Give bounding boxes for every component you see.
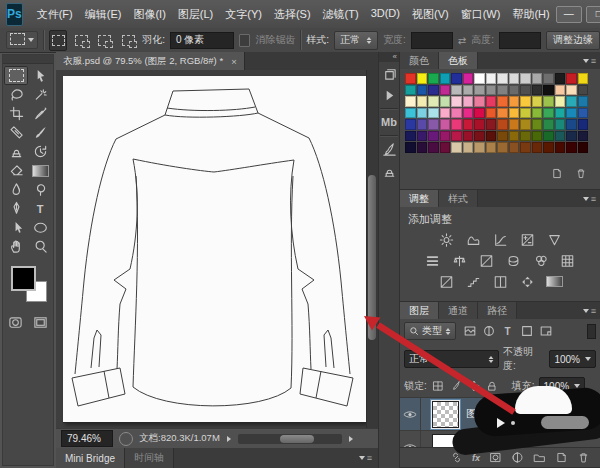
color-swatch[interactable] bbox=[451, 85, 462, 96]
style-dropdown[interactable]: 正常 bbox=[334, 31, 378, 50]
brush-tool-icon[interactable] bbox=[28, 123, 52, 142]
panel-menu-icon[interactable]: ≡ bbox=[359, 448, 378, 468]
eraser-tool-icon[interactable] bbox=[4, 161, 28, 180]
maximize-button[interactable]: □ bbox=[586, 6, 600, 23]
color-swatch[interactable] bbox=[463, 108, 474, 119]
color-swatch[interactable] bbox=[428, 131, 439, 142]
color-swatch[interactable] bbox=[440, 85, 451, 96]
color-swatch[interactable] bbox=[578, 85, 589, 96]
menu-item-help[interactable]: 帮助(H) bbox=[506, 7, 555, 22]
color-swatch[interactable] bbox=[543, 142, 554, 153]
color-swatch[interactable] bbox=[474, 119, 485, 130]
screen-mode-icon[interactable] bbox=[32, 314, 49, 330]
vertical-scrollbar[interactable] bbox=[366, 70, 378, 428]
color-swatch[interactable] bbox=[486, 131, 497, 142]
pixel-filter-icon[interactable] bbox=[461, 323, 478, 339]
zoom-tool-tool-icon[interactable] bbox=[28, 237, 52, 256]
canvas[interactable] bbox=[63, 76, 366, 422]
history-panel-icon[interactable] bbox=[379, 62, 399, 84]
color-swatch[interactable] bbox=[578, 131, 589, 142]
color-swatch[interactable] bbox=[509, 119, 520, 130]
color-swatch[interactable] bbox=[451, 119, 462, 130]
add-mask-icon[interactable] bbox=[489, 451, 502, 464]
intersect-selection-mode-button[interactable] bbox=[119, 30, 137, 51]
horizontal-scrollbar[interactable] bbox=[238, 434, 342, 444]
color-swatch[interactable] bbox=[474, 142, 485, 153]
move-tool-icon[interactable] bbox=[28, 66, 52, 85]
rectangular-marquee-tool-icon[interactable] bbox=[4, 66, 28, 85]
color-swatch[interactable] bbox=[463, 142, 474, 153]
swap-dimensions-icon[interactable]: ⇄ bbox=[458, 35, 466, 46]
color-swatch[interactable] bbox=[520, 142, 531, 153]
color-swatch[interactable] bbox=[417, 119, 428, 130]
color-swatch[interactable] bbox=[578, 73, 589, 84]
menu-item-window[interactable]: 窗口(W) bbox=[455, 7, 507, 22]
color-swatch[interactable] bbox=[532, 85, 543, 96]
color-swatch[interactable] bbox=[405, 96, 416, 107]
shape-filter-icon[interactable] bbox=[518, 323, 535, 339]
layer-style-fx-icon[interactable]: fx bbox=[472, 453, 480, 463]
layer-name[interactable]: 图层 2 bbox=[466, 407, 496, 421]
color-swatch[interactable] bbox=[405, 108, 416, 119]
actions-panel-icon[interactable] bbox=[379, 84, 399, 106]
brightness-contrast-adjustment-icon[interactable] bbox=[438, 232, 455, 247]
color-swatch[interactable] bbox=[509, 85, 520, 96]
color-swatch[interactable] bbox=[520, 85, 531, 96]
color-swatch[interactable] bbox=[520, 96, 531, 107]
color-swatch[interactable] bbox=[405, 142, 416, 153]
color-swatch[interactable] bbox=[463, 96, 474, 107]
blend-mode-dropdown[interactable]: 正常 bbox=[404, 350, 499, 368]
magic-wand-tool-icon[interactable] bbox=[28, 85, 52, 104]
dodge-tool-icon[interactable] bbox=[28, 180, 52, 199]
color-swatch[interactable] bbox=[417, 142, 428, 153]
subtract-selection-mode-button[interactable] bbox=[96, 30, 114, 51]
layer-row[interactable]: 图层 2 bbox=[400, 398, 600, 431]
color-swatch[interactable] bbox=[405, 73, 416, 84]
panel-menu-icon[interactable]: ≡ bbox=[583, 190, 600, 207]
color-swatch[interactable] bbox=[532, 142, 543, 153]
menu-item-file[interactable]: 文件(F) bbox=[31, 7, 79, 22]
fill-field[interactable]: 100% bbox=[539, 377, 586, 395]
color-swatch[interactable] bbox=[497, 85, 508, 96]
color-swatch[interactable] bbox=[543, 131, 554, 142]
color-swatch[interactable] bbox=[474, 96, 485, 107]
link-layers-icon[interactable] bbox=[450, 451, 463, 464]
tab-timeline[interactable]: 时间轴 bbox=[125, 448, 174, 468]
color-swatch[interactable] bbox=[578, 96, 589, 107]
new-selection-mode-button[interactable] bbox=[49, 30, 67, 51]
color-swatch[interactable] bbox=[451, 96, 462, 107]
adjustments-tab-0[interactable]: 调整 bbox=[400, 190, 439, 207]
delete-layer-icon[interactable] bbox=[577, 451, 590, 464]
curves-adjustment-icon[interactable] bbox=[492, 232, 509, 247]
eyedropper-tool-icon[interactable] bbox=[28, 104, 52, 123]
expand-panels-icon[interactable]: « bbox=[379, 52, 399, 62]
color-swatch[interactable] bbox=[497, 73, 508, 84]
lock-pixels-icon[interactable] bbox=[449, 379, 464, 394]
minimize-button[interactable]: — bbox=[556, 6, 582, 23]
lock-transparent-icon[interactable] bbox=[431, 379, 446, 394]
scroll-right-icon[interactable] bbox=[349, 436, 353, 442]
selective-color-adjustment-icon[interactable] bbox=[519, 274, 536, 289]
hand-tool-icon[interactable] bbox=[4, 237, 28, 256]
menu-item-select[interactable]: 选择(S) bbox=[268, 7, 317, 22]
tab-mini-bridge[interactable]: Mini Bridge bbox=[56, 448, 125, 468]
gradient-tool-icon[interactable] bbox=[28, 161, 52, 180]
threshold-adjustment-icon[interactable] bbox=[492, 274, 509, 289]
tool-presets-panel-icon[interactable] bbox=[379, 138, 399, 160]
smart-object-filter-icon[interactable] bbox=[537, 323, 554, 339]
foreground-color-swatch[interactable] bbox=[11, 266, 36, 291]
color-swatch[interactable] bbox=[509, 73, 520, 84]
menu-item-view[interactable]: 视图(V) bbox=[406, 7, 455, 22]
vibrance-adjustment-icon[interactable] bbox=[546, 232, 563, 247]
color-swatch[interactable] bbox=[417, 131, 428, 142]
color-swatch[interactable] bbox=[428, 73, 439, 84]
menu-item-layer[interactable]: 图层(L) bbox=[172, 7, 219, 22]
color-swatch[interactable] bbox=[486, 108, 497, 119]
invert-adjustment-icon[interactable] bbox=[438, 274, 455, 289]
color-swatch[interactable] bbox=[428, 85, 439, 96]
color-swatch[interactable] bbox=[555, 73, 566, 84]
gradient-map-adjustment-icon[interactable] bbox=[546, 274, 563, 289]
color-swatch[interactable] bbox=[543, 108, 554, 119]
color-swatch[interactable] bbox=[509, 131, 520, 142]
color-swatch[interactable] bbox=[405, 119, 416, 130]
